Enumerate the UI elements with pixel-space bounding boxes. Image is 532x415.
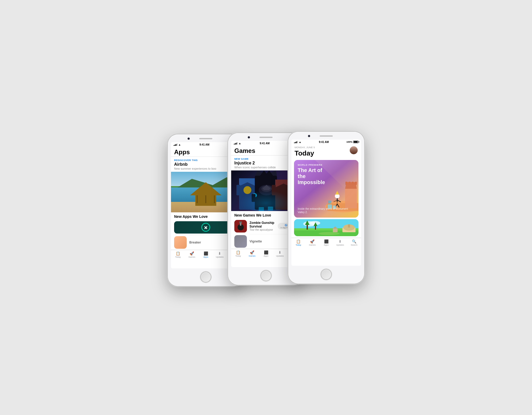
today-card-description: Inside the extraordinary world of Monume… [298, 207, 355, 214]
today-page-header: MONDAY, JUNE 5 Today [291, 144, 361, 158]
user-avatar[interactable] [350, 146, 358, 154]
games-tab-icon: 🚀 [310, 240, 314, 243]
svg-rect-26 [239, 222, 242, 223]
status-right: 100% [346, 141, 358, 143]
energy-glow [240, 190, 292, 211]
apps-tab-icon: ⬛ [204, 252, 208, 255]
svg-rect-56 [315, 226, 316, 230]
apps-tab-label: Apps [324, 244, 329, 246]
apps-tab-icon: ⬛ [324, 240, 329, 243]
apps-tab-label: Apps [203, 256, 208, 258]
status-time: 9:41 AM [319, 141, 329, 143]
today-featured-card[interactable]: WORLD PREMIERE The Art of the Impossible… [294, 160, 358, 218]
games-tab-label: Games [189, 256, 195, 258]
today-screen: ▲ 9:41 AM 100% MONDAY, JUNE 5 Today [291, 140, 361, 266]
breaker-icon [174, 236, 187, 249]
apps-tab-icon: ⬛ [264, 251, 268, 254]
tab-apps-active[interactable]: ⬛ Apps [199, 252, 213, 258]
tab-apps[interactable]: ⬛ Apps [319, 240, 333, 246]
tab-today[interactable]: 📋 Today [231, 251, 245, 257]
signal-icon [294, 141, 298, 143]
games-section-title: New Games We Love [234, 213, 271, 217]
updates-tab-icon: ⬇ [218, 252, 221, 255]
bottom-card-scene [294, 219, 358, 236]
tab-games-active[interactable]: 🚀 Games [245, 251, 259, 257]
zombie-gunship-name: Zombie Gunship Survival [250, 221, 275, 228]
tab-today[interactable]: 📋 Today [171, 252, 185, 258]
wifi-icon: ▲ [299, 141, 301, 143]
wifi-icon: ▲ [239, 142, 241, 145]
updates-tab-label: Updates [216, 256, 224, 258]
zombie-gunship-desc: Tour the apocalypse [250, 228, 275, 231]
status-time: 9:41 AM [260, 142, 270, 145]
today-card-title: The Art of the Impossible [298, 167, 329, 185]
vignette-icon [234, 235, 247, 248]
bottom-card-partial[interactable] [294, 219, 358, 236]
apps-section-title: New Apps We Love [174, 214, 208, 219]
tab-today-active[interactable]: 📋 Today [291, 240, 305, 246]
svg-point-63 [319, 232, 340, 235]
today-card-content: WORLD PREMIERE The Art of the Impossible… [294, 160, 358, 218]
svg-rect-60 [348, 224, 350, 228]
tab-games[interactable]: 🚀 Games [305, 240, 319, 246]
games-tab-label: Games [249, 255, 256, 257]
battery-icon [353, 141, 358, 143]
apps-tab-label: Apps [264, 255, 268, 257]
battery-percent: 100% [346, 141, 352, 143]
zombie-gunship-info: Zombie Gunship Survival Tour the apocaly… [250, 221, 275, 231]
updates-tab-label: Updates [276, 255, 284, 257]
status-bar: ▲ 9:41 AM 100% [291, 140, 361, 144]
zombie-gunship-icon [234, 220, 247, 233]
today-card-badge: WORLD PREMIERE [298, 164, 355, 166]
updates-tab-icon: ⬇ [339, 240, 342, 243]
tab-updates[interactable]: ⬇ Updates [213, 252, 227, 258]
games-tab-icon: 🚀 [250, 251, 254, 254]
tab-updates[interactable]: ⬇ Updates [273, 251, 287, 257]
today-tab-icon: 📋 [176, 252, 180, 255]
home-button[interactable] [200, 272, 211, 283]
today-tab-label: Today [235, 255, 241, 257]
signal-icon [174, 143, 178, 146]
camera-lens [187, 137, 190, 140]
status-left: ▲ [234, 142, 241, 145]
svg-rect-61 [333, 229, 337, 232]
search-tab-label: Search [351, 244, 357, 246]
tr-x-icon [204, 225, 208, 229]
tab-games[interactable]: 🚀 Games [185, 252, 199, 258]
home-button[interactable] [321, 269, 332, 280]
games-tab-label: Games [309, 244, 316, 246]
tr-circle [201, 223, 210, 232]
updates-tab-icon: ⬇ [278, 251, 281, 254]
tab-search[interactable]: 🔍 Search [347, 240, 361, 246]
camera-lens [248, 136, 250, 139]
speaker-grille [259, 137, 273, 138]
speaker-grille [199, 138, 212, 139]
speaker-grille [320, 135, 333, 137]
bottom-card-svg [294, 219, 358, 236]
avatar-image [350, 146, 358, 154]
status-time: 9:41 AM [199, 143, 209, 146]
beach-hut [190, 182, 221, 203]
tab-updates[interactable]: ⬇ Updates [333, 240, 347, 246]
app-store-showcase: ▲ 9:41 AM 100 Apps REDISCOVER THIS Airbn… [163, 121, 369, 294]
today-tab-icon: 📋 [296, 240, 301, 243]
search-tab-icon: 🔍 [352, 240, 356, 243]
svg-rect-54 [307, 225, 308, 230]
today-tab-icon: 📋 [236, 251, 240, 254]
tab-apps[interactable]: ⬛ Apps [259, 251, 273, 257]
today-date: MONDAY, JUNE 5 [295, 146, 315, 149]
games-tab-icon: 🚀 [190, 252, 194, 255]
camera-lens [308, 135, 310, 137]
wifi-icon: ▲ [178, 143, 181, 146]
signal-icon [234, 142, 238, 145]
status-left: ▲ [294, 141, 301, 143]
today-tab-label: Today [175, 256, 181, 258]
today-tab-label: Today [296, 244, 301, 246]
status-left: ▲ [174, 143, 181, 146]
home-button[interactable] [261, 270, 271, 281]
today-page-title: Today [295, 149, 315, 157]
today-tab-bar: 📋 Today 🚀 Games ⬛ Apps ⬇ Updates 🔍 [291, 238, 361, 247]
today-phone: ▲ 9:41 AM 100% MONDAY, JUNE 5 Today [288, 132, 364, 284]
updates-tab-label: Updates [336, 244, 344, 246]
today-header-left: MONDAY, JUNE 5 Today [295, 146, 315, 157]
